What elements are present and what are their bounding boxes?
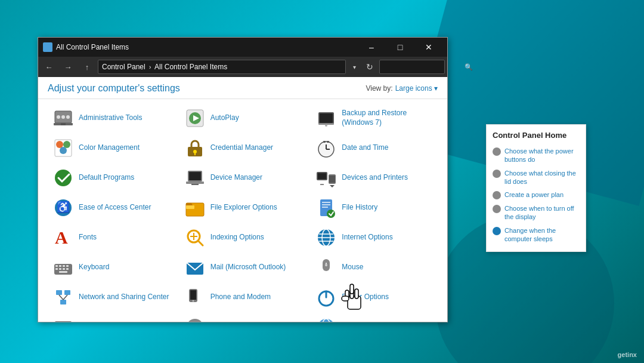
popup-bullet [493, 191, 501, 199]
icon-internet [315, 227, 337, 248]
label-admin-tools: Administrative Tools [79, 113, 143, 123]
label-devices: Devices and Printers [342, 173, 408, 183]
item-internet[interactable]: Internet Options [311, 223, 442, 252]
content-header: Adjust your computer's settings View by:… [38, 77, 447, 99]
svg-rect-2 [44, 48, 47, 51]
popup-item-text: Choose what closing the lid does [504, 169, 580, 186]
item-programs[interactable]: Programs and Features [48, 313, 179, 322]
label-indexing: Indexing Options [210, 233, 264, 242]
label-fonts: Fonts [79, 233, 97, 242]
item-filehist[interactable]: File History [311, 193, 442, 222]
items-container: Administrative ToolsAutoPlayBackup and R… [38, 99, 447, 322]
item-ease[interactable]: ♿Ease of Access Center [48, 193, 179, 222]
items-grid: Administrative ToolsAutoPlayBackup and R… [48, 104, 442, 322]
icon-color-mgmt [52, 137, 74, 159]
breadcrumb-item-1[interactable]: Control Panel [102, 63, 145, 71]
popup-bullet [493, 170, 501, 178]
svg-rect-3 [48, 48, 51, 51]
svg-marker-40 [330, 185, 335, 187]
icon-mail [184, 257, 206, 278]
label-keyboard: Keyboard [79, 263, 109, 272]
forward-button[interactable]: → [60, 59, 76, 75]
item-autoplay[interactable]: AutoPlay [179, 104, 311, 133]
close-button[interactable]: ✕ [415, 38, 442, 57]
icon-backup [315, 107, 337, 129]
label-devmgr: Device Manager [210, 173, 262, 183]
item-indexing[interactable]: Indexing Options [179, 223, 311, 252]
item-color-mgmt[interactable]: Color Management [48, 134, 179, 162]
search-input[interactable] [382, 63, 465, 70]
search-icon: 🔍 [465, 63, 473, 71]
address-input[interactable]: Control Panel › All Control Panel Items [98, 60, 346, 74]
item-devices[interactable]: Devices and Printers [311, 164, 442, 192]
content-area: Adjust your computer's settings View by:… [38, 77, 447, 322]
maximize-button[interactable]: □ [386, 38, 414, 57]
icon-indexing [184, 227, 206, 248]
svg-point-91 [187, 319, 203, 322]
label-credential: Credential Manager [210, 143, 273, 153]
svg-point-10 [66, 115, 70, 119]
icon-recovery [184, 316, 206, 322]
svg-rect-70 [66, 268, 69, 270]
svg-rect-29 [327, 141, 329, 143]
icon-region [315, 316, 337, 322]
minimize-button[interactable]: – [358, 38, 385, 57]
view-by-control: View by: Large icons ▾ [366, 84, 438, 93]
popup-bullet [493, 147, 501, 156]
item-admin-tools[interactable]: Administrative Tools [48, 104, 179, 133]
svg-point-75 [325, 264, 327, 266]
label-backup: Backup and Restore (Windows 7) [342, 109, 438, 127]
item-phone[interactable]: Phone and Modem [179, 283, 311, 312]
icon-keyboard [52, 257, 74, 278]
item-mouse[interactable]: Mouse [311, 253, 442, 282]
svg-rect-64 [59, 265, 61, 267]
svg-point-8 [57, 115, 60, 119]
item-mail[interactable]: Mail (Microsoft Outlook) [179, 253, 311, 282]
breadcrumb: Control Panel › All Control Panel Items [102, 63, 227, 71]
item-network[interactable]: Network and Sharing Center [48, 283, 179, 312]
svg-rect-15 [320, 113, 333, 123]
item-default[interactable]: Default Programs [48, 164, 179, 192]
svg-rect-0 [44, 44, 47, 47]
popup-item-3[interactable]: Choose when to turn off the display [493, 202, 580, 224]
svg-rect-28 [323, 141, 326, 143]
svg-rect-1 [48, 44, 51, 47]
view-by-label: View by: [366, 84, 392, 93]
item-backup[interactable]: Backup and Restore (Windows 7) [311, 104, 442, 133]
item-credential[interactable]: Credential Manager [179, 134, 311, 162]
svg-rect-71 [59, 271, 67, 273]
breadcrumb-item-2[interactable]: All Control Panel Items [154, 63, 227, 71]
icon-devmgr [184, 167, 206, 189]
back-button[interactable]: ← [41, 59, 57, 75]
item-fileexp[interactable]: File Explorer Options [179, 193, 311, 222]
svg-rect-48 [322, 202, 330, 203]
svg-rect-39 [320, 184, 324, 185]
page-title: Adjust your computer's settings [48, 83, 180, 94]
up-button[interactable]: ↑ [79, 59, 95, 75]
item-datetime[interactable]: Date and Time [311, 134, 442, 162]
view-by-value[interactable]: Large icons ▾ [395, 84, 438, 93]
svg-point-51 [327, 210, 335, 218]
item-devmgr[interactable]: Device Manager [179, 164, 311, 192]
item-keyboard[interactable]: Keyboard [48, 253, 179, 282]
svg-point-20 [63, 141, 70, 148]
item-region[interactable]: Region [311, 313, 442, 322]
svg-rect-49 [322, 204, 330, 205]
item-fonts[interactable]: AFonts [48, 223, 179, 252]
svg-rect-24 [194, 152, 196, 155]
address-chevron[interactable]: ▾ [348, 60, 360, 74]
svg-rect-32 [189, 172, 201, 180]
item-recovery[interactable]: Recovery [179, 313, 311, 322]
svg-rect-65 [63, 265, 65, 267]
popup-item-2[interactable]: Create a power plan [493, 188, 580, 202]
refresh-button[interactable]: ↻ [363, 60, 377, 74]
svg-rect-68 [59, 268, 61, 270]
popup-item-4[interactable]: Change when the computer sleeps [493, 224, 580, 246]
svg-rect-45 [186, 205, 194, 209]
search-box[interactable]: 🔍 [379, 60, 445, 74]
svg-rect-76 [56, 290, 62, 295]
item-power[interactable]: Power Options [311, 283, 442, 312]
popup-item-0[interactable]: Choose what the power buttons do [493, 144, 580, 167]
control-panel-window: All Control Panel Items – □ ✕ ← → ↑ Cont… [38, 37, 448, 322]
popup-item-1[interactable]: Choose what closing the lid does [493, 167, 580, 189]
